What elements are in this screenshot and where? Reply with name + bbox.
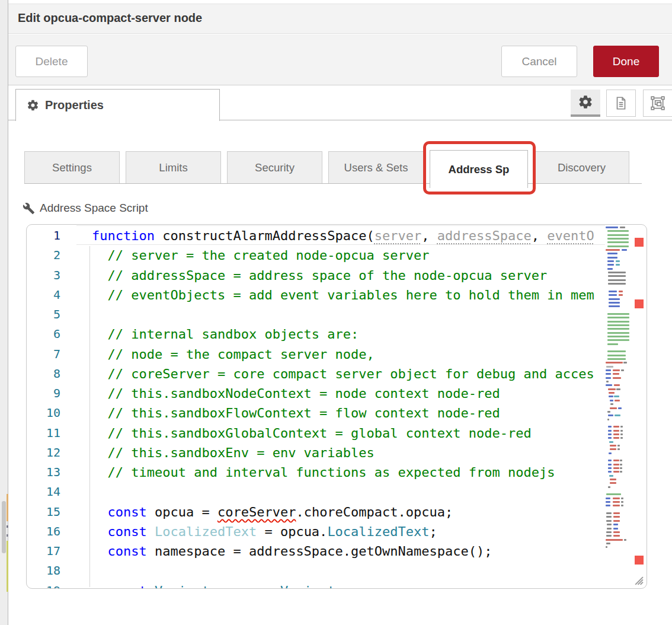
minimap-line: [606, 411, 631, 413]
code-line[interactable]: // internal sandbox objects are:: [92, 324, 606, 344]
delete-button[interactable]: Delete: [15, 46, 88, 77]
minimap-line: [606, 339, 631, 341]
minimap-line: [606, 437, 631, 439]
minimap-line: [606, 275, 631, 277]
code-token: namespace = addressSpace.getOwnNamespace…: [147, 544, 492, 559]
resize-handle-icon[interactable]: [633, 575, 644, 585]
code-line[interactable]: // server = the created node-opcua serve…: [92, 245, 606, 265]
minimap-line: [606, 305, 631, 307]
minimap-line: [606, 388, 631, 390]
code-token: // internal sandbox objects are:: [92, 327, 359, 342]
code-line[interactable]: const Variant = opcua.Variant;: [92, 581, 606, 589]
code-line[interactable]: // eventObjects = add event variables he…: [92, 285, 606, 305]
tab-security[interactable]: Security: [227, 151, 322, 183]
code-token: ,: [532, 228, 548, 243]
tab-users-sets[interactable]: Users & Sets: [328, 151, 424, 183]
code-line[interactable]: // addressSpace = address space of the n…: [92, 266, 606, 285]
line-number: 17: [27, 541, 76, 561]
code-line[interactable]: // coreServer = core compact server obje…: [92, 364, 606, 384]
minimap-line: [606, 245, 631, 247]
code-token: // this.sandboxFlowContext = flow contex…: [92, 406, 500, 420]
minimap-line: [606, 324, 631, 326]
code-line[interactable]: const opcua = coreServer.choreCompact.op…: [92, 502, 606, 522]
minimap-line: [606, 464, 631, 465]
config-tabs-divider: [24, 183, 642, 184]
minimap-line: [606, 350, 631, 352]
tab-properties[interactable]: Properties: [15, 89, 220, 121]
minimap-line: [606, 396, 631, 397]
code-token: // coreServer = core compact server obje…: [92, 366, 594, 381]
minimap-line: [606, 498, 631, 499]
code-editor[interactable]: 12345678910111213141516171819 function c…: [26, 224, 647, 589]
code-token: // node = the compact server node,: [92, 347, 375, 362]
line-number: 18: [27, 561, 76, 581]
minimap-line: [606, 268, 631, 270]
line-number: 6: [27, 324, 76, 344]
minimap-line: [606, 230, 631, 232]
line-number: 9: [27, 384, 76, 403]
minimap-line: [606, 543, 631, 544]
code-line[interactable]: // this.sandboxNodeContext = node contex…: [92, 384, 606, 403]
minimap-line: [606, 260, 631, 262]
error-marker[interactable]: [635, 238, 644, 247]
minimap-line: [606, 460, 631, 461]
code-line[interactable]: // this.sandboxGlobalContext = global co…: [92, 423, 606, 443]
code-line[interactable]: const namespace = addressSpace.getOwnNam…: [92, 541, 606, 561]
minimap-line: [606, 528, 631, 530]
section-header: Address Space Script: [23, 202, 148, 215]
code-line[interactable]: [92, 561, 606, 581]
line-number: 7: [27, 345, 76, 364]
tab-limits[interactable]: Limits: [126, 151, 221, 183]
minimap-line: [606, 347, 631, 349]
minimap-line: [606, 445, 631, 447]
code-line[interactable]: const LocalizedText = opcua.LocalizedTex…: [92, 522, 606, 541]
properties-tab-row: Properties: [8, 85, 672, 120]
node-description-button[interactable]: [606, 90, 636, 117]
minimap-line: [606, 227, 631, 228]
line-number: 15: [27, 502, 76, 522]
node-appearance-button[interactable]: [643, 90, 672, 117]
minimap-line: [606, 381, 631, 382]
code-line[interactable]: // this.sandboxFlowContext = flow contex…: [92, 403, 606, 423]
document-icon: [613, 95, 629, 111]
tab-address-sp[interactable]: Address Sp: [430, 150, 528, 188]
editor-minimap[interactable]: [606, 227, 631, 556]
config-tabs: SettingsLimitsSecurityUsers & SetsAddres…: [24, 150, 642, 184]
minimap-line: [606, 486, 631, 488]
done-button[interactable]: Done: [593, 46, 659, 77]
cancel-button[interactable]: Cancel: [501, 46, 577, 77]
line-number: 19: [27, 581, 76, 589]
error-marker[interactable]: [635, 299, 644, 308]
error-marker[interactable]: [635, 556, 644, 565]
code-token: // this.sandboxEnv = env variables: [92, 445, 375, 460]
minimap-line: [606, 471, 631, 473]
code-line[interactable]: // node = the compact server node,: [92, 345, 606, 364]
tab-discovery[interactable]: Discovery: [534, 151, 629, 183]
minimap-line: [606, 283, 631, 285]
code-line[interactable]: function constructAlarmAddressSpace(serv…: [92, 226, 606, 245]
code-line[interactable]: // timeout and interval functions as exp…: [92, 463, 606, 482]
code-token: .choreCompact.opcua;: [296, 505, 453, 519]
workspace-scrollbar-thumb[interactable]: [2, 501, 6, 553]
minimap-line: [606, 516, 631, 518]
code-token: ;: [430, 524, 437, 539]
code-line[interactable]: // this.sandboxEnv = env variables: [92, 443, 606, 463]
code-line[interactable]: [92, 305, 606, 324]
minimap-line: [606, 426, 631, 428]
indent-guide: [89, 246, 90, 587]
wrench-icon: [23, 202, 35, 215]
minimap-line: [606, 362, 631, 363]
tab-label: Settings: [52, 161, 92, 174]
code-token: function: [92, 228, 155, 243]
minimap-line: [606, 467, 631, 469]
minimap-line: [606, 403, 631, 405]
minimap-line: [606, 524, 631, 525]
code-area[interactable]: function constructAlarmAddressSpace(serv…: [92, 226, 606, 589]
code-token: // this.sandboxGlobalContext = global co…: [92, 426, 532, 441]
minimap-line: [606, 479, 631, 480]
node-properties-button[interactable]: [571, 90, 600, 117]
code-line[interactable]: [92, 482, 606, 502]
minimap-line: [606, 512, 631, 514]
tab-settings[interactable]: Settings: [24, 151, 120, 183]
minimap-line: [606, 310, 631, 311]
